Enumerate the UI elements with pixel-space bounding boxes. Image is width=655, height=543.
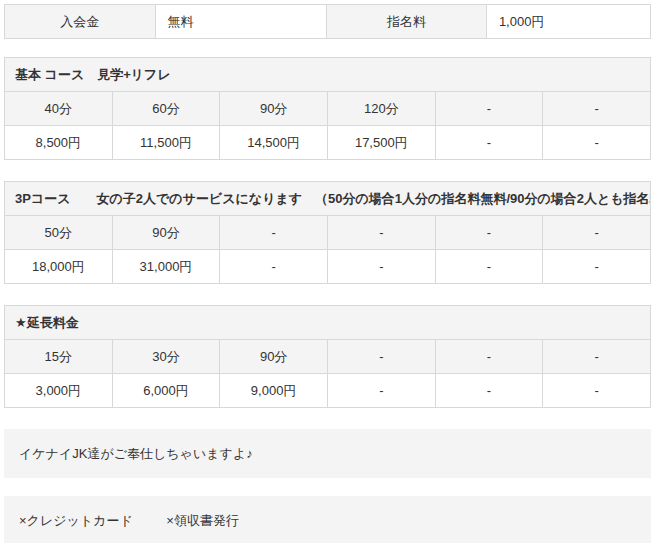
duration-cell: - [327,216,435,250]
course-title-row: 3Pコース 女の子2人でのサービスになります （50分の場合1人分の指名料無料/… [5,182,651,216]
price-cell: 17,500円 [327,126,435,160]
course-title-row: ★延長料金 [5,306,651,340]
fee-table: 入会金 無料 指名料 1,000円 [4,4,651,39]
duration-cell: - [543,340,651,374]
duration-cell: 90分 [112,216,220,250]
price-row: 3,000円 6,000円 9,000円 - - - [5,374,651,408]
price-list-page: 入会金 無料 指名料 1,000円 基本 コース 見学+リフレ 40分 60分 … [0,0,655,543]
duration-cell: 40分 [5,92,113,126]
catchphrase-text: イケナイJK達がご奉仕しちゃいますよ♪ [19,446,253,461]
duration-cell: 15分 [5,340,113,374]
nomination-fee-label: 指名料 [327,5,487,39]
course-title-row: 基本 コース 見学+リフレ [5,58,651,92]
price-cell: - [435,374,543,408]
price-cell: - [327,374,435,408]
duration-cell: - [435,340,543,374]
course-title: ★延長料金 [5,306,651,340]
price-row: 8,500円 11,500円 14,500円 17,500円 - - [5,126,651,160]
duration-cell: 30分 [112,340,220,374]
payment-note-box: ×クレジットカード ×領収書発行 [4,496,651,543]
course-table-basic: 基本 コース 見学+リフレ 40分 60分 90分 120分 - - 8,500… [4,57,651,160]
duration-row: 40分 60分 90分 120分 - - [5,92,651,126]
price-cell: - [435,126,543,160]
price-cell: - [220,250,328,284]
duration-cell: 90分 [220,92,328,126]
course-table-extension: ★延長料金 15分 30分 90分 - - - 3,000円 6,000円 9,… [4,305,651,408]
fee-row: 入会金 無料 指名料 1,000円 [5,5,651,39]
price-cell: 11,500円 [112,126,220,160]
course-title: 3Pコース 女の子2人でのサービスになります （50分の場合1人分の指名料無料/… [5,182,651,216]
nomination-fee-value: 1,000円 [486,5,650,39]
price-cell: - [543,374,651,408]
catchphrase-box: イケナイJK達がご奉仕しちゃいますよ♪ [4,429,651,478]
duration-cell: - [220,216,328,250]
price-cell: - [543,250,651,284]
price-cell: 8,500円 [5,126,113,160]
duration-cell: - [435,92,543,126]
duration-cell: - [435,216,543,250]
duration-cell: - [327,340,435,374]
duration-row: 50分 90分 - - - - [5,216,651,250]
duration-cell: - [543,92,651,126]
price-cell: - [435,250,543,284]
price-cell: 6,000円 [112,374,220,408]
price-row: 18,000円 31,000円 - - - - [5,250,651,284]
price-cell: 31,000円 [112,250,220,284]
price-cell: - [327,250,435,284]
price-cell: 9,000円 [220,374,328,408]
price-cell: 3,000円 [5,374,113,408]
course-title: 基本 コース 見学+リフレ [5,58,651,92]
admission-fee-label: 入会金 [5,5,156,39]
admission-fee-value: 無料 [155,5,327,39]
payment-item-credit-card: ×クレジットカード [19,513,133,528]
duration-cell: 50分 [5,216,113,250]
price-cell: - [543,126,651,160]
course-table-3p: 3Pコース 女の子2人でのサービスになります （50分の場合1人分の指名料無料/… [4,181,651,284]
duration-row: 15分 30分 90分 - - - [5,340,651,374]
payment-item-receipt: ×領収書発行 [166,513,239,528]
price-cell: 18,000円 [5,250,113,284]
duration-cell: 90分 [220,340,328,374]
price-cell: 14,500円 [220,126,328,160]
duration-cell: 120分 [327,92,435,126]
duration-cell: - [543,216,651,250]
duration-cell: 60分 [112,92,220,126]
